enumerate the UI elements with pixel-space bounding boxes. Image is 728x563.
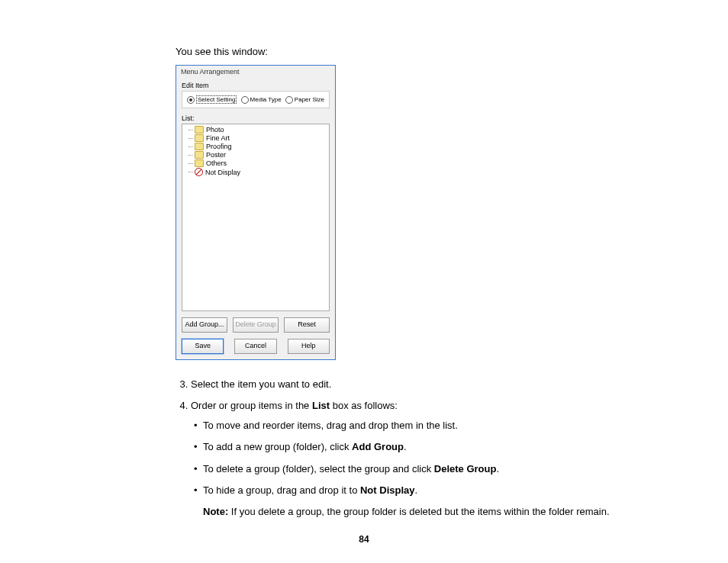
folder-icon [195, 143, 204, 150]
list-label: List: [182, 114, 330, 122]
radio-media-type[interactable]: Media Type [241, 96, 282, 104]
radio-dot-icon [187, 96, 195, 104]
delete-group-button[interactable]: Delete Group [233, 317, 279, 333]
folder-icon [195, 134, 204, 142]
note-label: Note: [203, 506, 228, 517]
bullet-1: To move and reorder items, drag and drop… [203, 418, 659, 433]
button-row-1: Add Group... Delete Group Reset [182, 317, 330, 333]
sub-bullets: To move and reorder items, drag and drop… [191, 418, 659, 498]
note-paragraph: Note: If you delete a group, the group f… [203, 504, 659, 520]
list-item-label[interactable]: Not Display [205, 169, 240, 176]
bullet-3-lead: To delete a group (folder), select the g… [203, 463, 434, 475]
step-4: Order or group items in the List box as … [191, 398, 659, 498]
step-3: Select the item you want to edit. [191, 377, 659, 392]
bullet-3: To delete a group (folder), select the g… [203, 462, 659, 477]
list-item: Photo [188, 126, 326, 134]
dialog-title: Menu Arrangement [176, 66, 335, 78]
list-item-label[interactable]: Poster [206, 151, 226, 159]
bullet-2-tail: . [404, 441, 407, 452]
radio-select-setting[interactable]: Select Setting [187, 95, 237, 104]
bullet-2-lead: To add a new group (folder), click [203, 441, 352, 452]
step-4-bold: List [312, 400, 330, 411]
dialog-body: Edit Item Select Setting Media Type Pape… [176, 78, 335, 359]
list-item: Proofing [188, 143, 326, 150]
document-page: You see this window: Menu Arrangement Ed… [0, 0, 728, 542]
not-display-icon [195, 168, 203, 176]
edit-item-box: Select Setting Media Type Paper Size [182, 91, 330, 108]
save-button[interactable]: Save [182, 339, 224, 354]
folder-icon [195, 151, 204, 159]
radio-dot-icon [285, 96, 293, 104]
cancel-button[interactable]: Cancel [234, 339, 276, 354]
list-box[interactable]: Photo Fine Art Proofing Poster Others [182, 124, 330, 311]
step-4-tail: box as follows: [330, 400, 398, 411]
list-item: Not Display [188, 168, 326, 176]
edit-item-label: Edit Item [182, 82, 330, 89]
bullet-2-bold: Add Group [352, 441, 404, 452]
note-body: If you delete a group, the group folder … [228, 506, 609, 517]
button-row-2: Save Cancel Help [182, 339, 330, 354]
help-button[interactable]: Help [288, 339, 330, 354]
bullet-4: To hide a group, drag and drop it to Not… [203, 483, 659, 498]
radio-dot-icon [241, 96, 249, 104]
list-item-label[interactable]: Photo [206, 126, 224, 134]
folder-icon [195, 126, 204, 134]
radio-label: Media Type [250, 96, 282, 103]
folder-icon [195, 159, 204, 167]
add-group-button[interactable]: Add Group... [182, 317, 227, 333]
radio-paper-size[interactable]: Paper Size [285, 96, 324, 104]
list-item: Fine Art [188, 134, 326, 142]
list-item: Poster [188, 151, 326, 159]
list-item-label[interactable]: Fine Art [206, 134, 230, 142]
bullet-4-tail: . [415, 484, 418, 496]
bullet-2: To add a new group (folder), click Add G… [203, 439, 659, 455]
steps-list: Select the item you want to edit. Order … [176, 377, 659, 498]
list-item-label[interactable]: Others [206, 159, 227, 167]
page-number: 84 [0, 534, 728, 545]
menu-arrangement-dialog: Menu Arrangement Edit Item Select Settin… [176, 65, 336, 360]
list-item-label[interactable]: Proofing [206, 143, 232, 150]
radio-label: Select Setting [196, 95, 237, 104]
intro-text: You see this window: [176, 46, 659, 57]
radio-label: Paper Size [295, 96, 324, 103]
step-4-lead: Order or group items in the [191, 400, 312, 411]
bullet-3-tail: . [496, 463, 499, 475]
reset-button[interactable]: Reset [284, 317, 330, 333]
bullet-3-bold: Delete Group [434, 463, 497, 475]
bullet-4-lead: To hide a group, drag and drop it to [203, 484, 360, 496]
bullet-4-bold: Not Display [360, 484, 415, 496]
list-item: Others [188, 159, 326, 167]
